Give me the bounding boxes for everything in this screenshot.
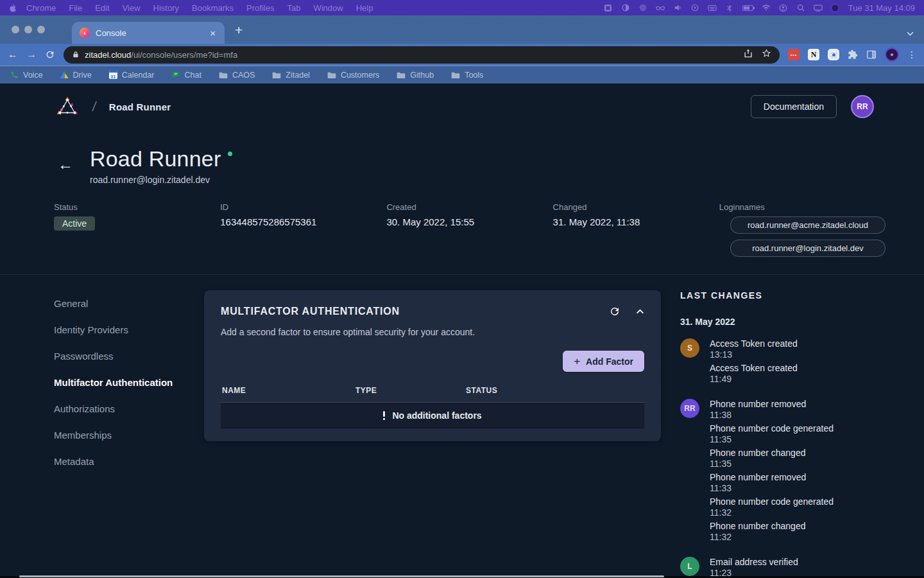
side-panel-icon[interactable] (866, 49, 877, 60)
user-heading: ← Road Runner road.runner@login.zitadel.… (0, 130, 924, 185)
id-value: 163448575286575361 (220, 216, 386, 227)
menubar-item[interactable]: Tab (280, 3, 307, 13)
menubar-item[interactable]: Chrome (20, 3, 62, 13)
extension-notion-icon[interactable]: N (808, 49, 819, 60)
user-email: road.runner@login.zitadel.dev (90, 175, 232, 185)
extensions-puzzle-icon[interactable] (848, 49, 858, 60)
nav-item[interactable]: Authorizations (54, 396, 204, 422)
toggles-icon[interactable] (621, 3, 630, 12)
timeline-event: Access Token created11:49 (710, 363, 886, 385)
tab-close-icon[interactable]: × (209, 28, 217, 39)
bookmark-calendar[interactable]: 31Calendar (109, 71, 155, 80)
collapse-chevron-icon[interactable] (636, 309, 644, 314)
online-status-dot (228, 152, 232, 156)
breadcrumb[interactable]: Road Runner (109, 101, 171, 112)
event-title: Phone number code generated (710, 423, 886, 434)
refresh-icon[interactable] (609, 306, 620, 317)
account-icon[interactable] (779, 3, 788, 12)
wifi-icon[interactable] (762, 3, 771, 12)
fingerprint-icon[interactable] (638, 3, 647, 12)
bookmark-folder-customers[interactable]: Customers (327, 71, 379, 80)
share-icon[interactable] (744, 49, 753, 60)
keyboard-icon[interactable] (708, 3, 717, 12)
browser-tab-console[interactable]: ‹ Console × (72, 22, 225, 44)
empty-state-row: No additional factors (221, 403, 644, 428)
nav-item[interactable]: Metadata (54, 448, 204, 475)
plus-icon: + (574, 356, 580, 367)
meta-id: ID 163448575286575361 (220, 202, 386, 257)
menubar-item[interactable]: View (116, 3, 147, 13)
zitadel-console-page: / Road Runner Documentation RR ← Road Ru… (0, 83, 924, 578)
breadcrumb-slash: / (91, 99, 97, 114)
menubar-clock[interactable]: Tue 31 May 14:09 (848, 3, 915, 13)
nav-item[interactable]: Memberships (54, 422, 204, 448)
changed-label: Changed (553, 202, 719, 212)
meta-status: Status Active (54, 202, 220, 257)
close-window-button[interactable] (12, 26, 19, 33)
chrome-toolbar: ← → zitadel.cloud/ui/console/users/me?id… (0, 44, 924, 66)
bookmark-folder-tools[interactable]: Tools (451, 71, 483, 80)
event-title: Phone number removed (710, 472, 886, 483)
menubar-item[interactable]: History (147, 3, 185, 13)
new-tab-button[interactable]: + (235, 23, 243, 37)
apple-menu-icon[interactable] (9, 4, 17, 12)
extension-media-icon[interactable] (828, 49, 839, 60)
nav-item[interactable]: Passwordless (54, 343, 204, 369)
menubar-item[interactable]: Window (307, 3, 349, 13)
nav-item[interactable]: Multifactor Authentication (54, 369, 204, 396)
meta-created: Created 30. May 2022, 15:55 (386, 202, 552, 257)
back-arrow-icon[interactable]: ← (58, 157, 73, 172)
browser-menu-kebab-icon[interactable]: ⋮ (907, 49, 916, 60)
glasses-icon[interactable] (656, 3, 665, 12)
lock-icon[interactable] (72, 51, 80, 58)
nav-item[interactable]: Identity Providers (54, 317, 204, 343)
event-time: 11:49 (710, 374, 886, 385)
tab-search-chevron-icon[interactable] (907, 27, 914, 39)
loginname-chip: road.runner@login.zitadel.dev (730, 240, 886, 257)
timeline-group: S Access Token created13:13Access Token … (680, 338, 886, 387)
search-icon[interactable] (796, 3, 805, 12)
battery-icon[interactable] (742, 5, 753, 11)
reload-icon[interactable] (45, 49, 55, 60)
bookmark-drive[interactable]: Drive (60, 71, 92, 80)
documentation-button[interactable]: Documentation (751, 95, 837, 118)
timeline-event: Phone number removed11:38 (710, 399, 886, 421)
extension-red-icon[interactable]: ••• (788, 49, 800, 60)
siri-icon[interactable] (831, 3, 840, 12)
menubar-item[interactable]: Bookmarks (185, 3, 240, 13)
browser-profile-avatar[interactable]: ● (885, 48, 899, 62)
timeline-date: 31. May 2022 (680, 317, 886, 327)
minimize-window-button[interactable] (24, 26, 32, 33)
bookmark-voice[interactable]: Voice (10, 71, 43, 80)
bookmark-folder-zitadel[interactable]: Zitadel (272, 71, 310, 80)
volume-icon[interactable] (673, 3, 682, 12)
address-bar[interactable]: zitadel.cloud/ui/console/users/me?id=mfa (64, 46, 780, 64)
timeline-event: Phone number code generated11:32 (710, 496, 886, 518)
bookmark-chat[interactable]: Chat (172, 71, 201, 80)
forward-icon[interactable]: → (26, 49, 37, 60)
nav-item[interactable]: General (54, 290, 204, 317)
add-factor-button[interactable]: +Add Factor (563, 351, 644, 372)
menubar-item[interactable]: Profiles (240, 3, 280, 13)
calendar-icon: 31 (109, 71, 117, 79)
user-avatar[interactable]: RR (851, 95, 874, 118)
shortcuts-icon[interactable] (604, 3, 613, 12)
bookmark-star-icon[interactable] (762, 49, 771, 61)
user-meta-row: Status Active ID 163448575286575361 Crea… (0, 185, 924, 257)
zoom-window-button[interactable] (37, 26, 45, 33)
bookmark-folder-caos[interactable]: CAOS (219, 71, 255, 80)
created-value: 30. May 2022, 15:55 (386, 216, 552, 227)
display-icon[interactable] (814, 3, 823, 12)
menubar-item[interactable]: Edit (89, 3, 116, 13)
screen: ChromeFileEditViewHistoryBookmarksProfil… (0, 0, 924, 578)
bookmark-folder-github[interactable]: Github (397, 71, 434, 80)
bookmark-label: Tools (465, 71, 483, 80)
bluetooth-icon[interactable] (725, 3, 734, 12)
back-icon[interactable]: ← (8, 49, 18, 60)
play-icon[interactable] (690, 3, 699, 12)
zitadel-logo[interactable] (54, 94, 81, 119)
event-time: 11:35 (710, 434, 886, 445)
content-area: GeneralIdentity ProvidersPasswordlessMul… (0, 274, 924, 578)
menubar-item[interactable]: File (62, 3, 89, 13)
menubar-item[interactable]: Help (350, 3, 380, 13)
